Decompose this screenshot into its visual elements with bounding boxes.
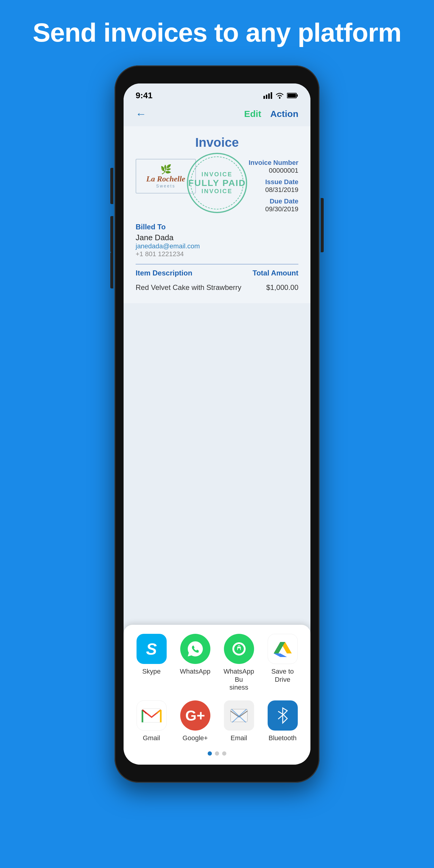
svg-rect-1 — [266, 95, 267, 99]
whatsapp-business-icon — [224, 634, 254, 664]
logo-box: 🌿 La Rochelle Sweets — [135, 159, 196, 193]
share-item-bluetooth[interactable]: Bluetooth — [263, 701, 302, 742]
share-item-skype[interactable]: S Skype — [132, 634, 171, 691]
battery-icon — [287, 93, 299, 98]
invoice-title: Invoice — [135, 135, 299, 150]
logo-decoration: 🌿 — [141, 164, 191, 175]
skype-label: Skype — [142, 668, 161, 675]
hero-section: Send invoices to any platform — [9, 0, 426, 59]
svg-rect-3 — [271, 92, 272, 99]
whatsapp-label: WhatsApp — [180, 668, 211, 675]
paid-stamp: INVOICE FULLY PAID INVOICE — [187, 153, 247, 213]
dot-2 — [215, 751, 219, 755]
svg-rect-6 — [297, 94, 298, 97]
email-label: Email — [230, 734, 247, 742]
stamp-line1: INVOICE — [201, 171, 232, 178]
billed-to-label: Billed To — [135, 223, 299, 231]
client-phone: +1 801 1221234 — [135, 250, 299, 258]
total-amount-col-header: Total Amount — [253, 269, 299, 277]
logo-area: 🌿 La Rochelle Sweets — [135, 159, 196, 193]
client-email: janedada@email.com — [135, 242, 299, 250]
dot-3 — [222, 751, 226, 755]
signal-icon — [264, 92, 273, 99]
stamp-line2: FULLY PAID — [188, 178, 246, 188]
logo-title: La Rochelle — [141, 175, 191, 184]
gmail-label: Gmail — [143, 734, 160, 742]
issue-date-value: 08/31/2019 — [249, 186, 299, 194]
save-to-drive-label: Save to Drive — [263, 668, 302, 684]
status-time: 9:41 — [135, 91, 153, 100]
dot-1 — [208, 751, 212, 755]
back-button[interactable]: ← — [135, 107, 147, 120]
google-plus-icon: G+ — [180, 701, 210, 731]
action-button[interactable]: Action — [270, 109, 299, 119]
share-item-whatsapp[interactable]: WhatsApp — [176, 634, 215, 691]
whatsapp-business-label: WhatsApp Business — [219, 668, 258, 691]
share-item-email[interactable]: Email — [219, 701, 258, 742]
issue-date-label: Issue Date — [249, 178, 299, 186]
share-row-1: S Skype WhatsApp — [130, 634, 304, 691]
phone-screen: 9:41 — [124, 84, 310, 765]
status-bar: 9:41 — [124, 84, 310, 104]
item-desc-col-header: Item Description — [135, 269, 192, 277]
item-description: Red Velvet Cake with Strawberry — [135, 283, 241, 292]
google-plus-label: Google+ — [183, 734, 208, 742]
invoice-number-value: 00000001 — [249, 167, 299, 175]
svg-rect-11 — [142, 709, 161, 723]
invoice-info: Invoice Number 00000001 Issue Date 08/31… — [249, 159, 299, 217]
svg-rect-2 — [268, 93, 270, 99]
item-amount: $1,000.00 — [266, 283, 299, 292]
nav-bar: ← Edit Action — [124, 104, 310, 126]
logo-subtitle: Sweets — [141, 184, 191, 188]
whatsapp-icon — [180, 634, 210, 664]
svg-point-4 — [279, 97, 281, 98]
stamp-line3: INVOICE — [201, 188, 232, 195]
invoice-header: 🌿 La Rochelle Sweets INVOICE FULLY PAID … — [135, 159, 299, 217]
svg-rect-0 — [264, 96, 265, 99]
phone-shell: 9:41 — [115, 65, 319, 783]
bluetooth-label: Bluetooth — [269, 734, 297, 742]
svg-marker-9 — [274, 642, 285, 653]
nav-actions: Edit Action — [244, 109, 299, 119]
svg-rect-7 — [287, 94, 296, 97]
share-item-google-plus[interactable]: G+ Google+ — [176, 701, 215, 742]
due-date-label: Due Date — [249, 197, 299, 205]
bluetooth-icon — [268, 701, 298, 731]
due-date-value: 09/30/2019 — [249, 205, 299, 213]
drive-icon — [268, 634, 298, 664]
skype-icon: S — [136, 634, 167, 664]
share-item-gmail[interactable]: Gmail — [132, 701, 171, 742]
share-item-save-to-drive[interactable]: Save to Drive — [263, 634, 302, 691]
table-row: Red Velvet Cake with Strawberry $1,000.0… — [135, 281, 299, 294]
wifi-icon — [276, 92, 284, 99]
svg-marker-10 — [274, 653, 287, 657]
client-name: Jane Dada — [135, 233, 299, 242]
email-icon — [224, 701, 254, 731]
share-row-2: Gmail G+ Google+ — [130, 701, 304, 742]
invoice-number-label: Invoice Number — [249, 159, 299, 167]
invoice-area: Invoice 🌿 La Rochelle Sweets INVOICE FUL… — [124, 126, 310, 303]
status-icons — [264, 92, 299, 99]
gmail-icon — [136, 701, 167, 731]
hero-title: Send invoices to any platform — [33, 18, 401, 47]
phone-mockup: 9:41 — [115, 65, 319, 813]
dot-indicator — [130, 751, 304, 755]
billed-section: Billed To Jane Dada janedada@email.com +… — [135, 223, 299, 258]
items-header: Item Description Total Amount — [135, 269, 299, 277]
edit-button[interactable]: Edit — [244, 109, 261, 119]
share-sheet: S Skype WhatsApp — [124, 625, 310, 765]
share-item-whatsapp-business[interactable]: WhatsApp Business — [219, 634, 258, 691]
